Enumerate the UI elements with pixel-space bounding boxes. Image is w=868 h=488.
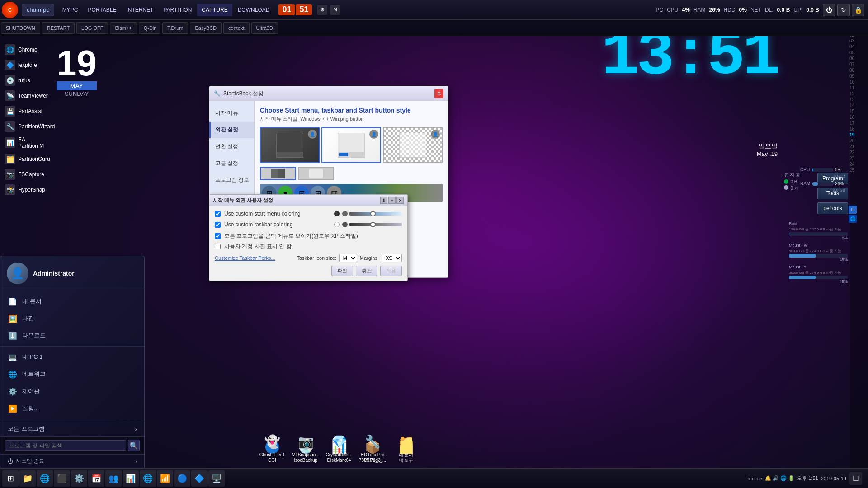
nav-mypc[interactable]: MYPC — [58, 4, 83, 16]
start-item-controlpanel[interactable]: ⚙️ 제어판 — [0, 383, 144, 400]
start-shutdown-area[interactable]: ⏻ 시스템 종료 › — [0, 454, 144, 468]
dialog-close-button[interactable]: ✕ — [434, 89, 443, 98]
customize-taskbar-link[interactable]: Customize Taskbar Perks... — [215, 255, 275, 261]
taskbar-file-manager[interactable]: 📁 — [19, 470, 36, 487]
show-desktop-btn[interactable]: □ — [849, 472, 862, 485]
icon-ghostpe[interactable]: 👻 GhostPE 5.1 — [258, 432, 287, 463]
start-button[interactable]: ⊞ — [2, 470, 19, 487]
tb2-context[interactable]: context — [223, 22, 249, 34]
start-item-documents[interactable]: 📄 내 문서 — [0, 293, 144, 310]
tb2-restart[interactable]: RESTART — [42, 22, 75, 34]
refresh-btn[interactable]: ↻ — [837, 4, 850, 16]
apply-button[interactable]: 적용 — [380, 266, 402, 276]
style-thumb-2[interactable]: 👤 — [321, 127, 381, 163]
inner-popup-close[interactable]: ✕ — [396, 197, 404, 204]
style-thumb-sm-2[interactable] — [298, 167, 334, 180]
margins-select[interactable]: XS S M — [382, 254, 402, 262]
start-item-photos[interactable]: 🖼️ 사진 — [0, 310, 144, 327]
counter2: 51 — [296, 4, 312, 15]
sidebar-item-teamviewer[interactable]: 📡 TeamViewer — [2, 89, 48, 103]
taskbar-icon-1[interactable]: ⚙ — [317, 5, 327, 15]
tb2-easybcd[interactable]: EasyBCD — [190, 22, 222, 34]
logo-icon[interactable]: C — [2, 2, 18, 18]
sidebar-item-partitionguru[interactable]: 🗂️ PartitionGuru — [2, 152, 48, 166]
taskbar-show-desktop[interactable]: 🖥️ — [208, 470, 225, 487]
taskbar-task-manager[interactable]: 📊 — [123, 470, 139, 487]
icon-hdtunepro[interactable]: 🔧 HDTunePro v5.70_3 — [358, 432, 387, 463]
sidebar-item-lexplore[interactable]: 🔷 lexplore — [2, 58, 48, 72]
inner-popup-expand[interactable]: + — [388, 197, 396, 204]
hdtunepro-icon: 🔧 — [363, 432, 382, 451]
tb2-tdrum[interactable]: T.Drum — [162, 22, 188, 34]
tb2-logoff[interactable]: LOG OFF — [76, 22, 108, 34]
taskbar-ie[interactable]: 🔷 — [191, 470, 208, 487]
sidebar-item-partitionwizard[interactable]: 🔧 PartitionWizard — [2, 119, 48, 134]
up-val: 0.0 B — [806, 7, 819, 13]
all-programs-link[interactable]: 모든 프로그램 › — [0, 421, 144, 436]
dialog-tab-appearance[interactable]: 외관 설정 — [209, 122, 254, 138]
power-btn[interactable]: ⏻ — [823, 4, 835, 16]
start-item-network[interactable]: 🌐 네트워크 — [0, 366, 144, 383]
tb2-bism[interactable]: Bism++ — [110, 22, 137, 34]
checkbox-nophoto[interactable] — [215, 244, 221, 249]
dialog-tab-advanced[interactable]: 고급 설정 — [209, 155, 254, 172]
nav-internet[interactable]: INTERNET — [122, 4, 158, 16]
start-search-button[interactable]: 🔍 — [128, 440, 140, 451]
checkbox-programs[interactable] — [215, 233, 221, 239]
nav-portable[interactable]: PORTABLE — [84, 4, 121, 16]
sidebar-item-chrome[interactable]: 🌐 Chrome — [2, 42, 48, 57]
sidebar-item-rufus[interactable]: 💿 rufus — [2, 73, 48, 88]
dialog-tab-transition[interactable]: 전환 설정 — [209, 138, 254, 155]
start-item-downloads[interactable]: ⬇️ 다운로드 — [0, 327, 144, 344]
startmenu-color-track[interactable] — [349, 212, 402, 216]
sidebar-item-fscapture[interactable]: 📷 FSCapture — [2, 167, 48, 182]
style-thumb-3[interactable]: 👤 — [383, 127, 443, 163]
taskbar-settings[interactable]: ⚙️ — [71, 470, 87, 487]
startmenu-color-thumb[interactable] — [370, 211, 376, 216]
petools-button[interactable]: peTools — [817, 202, 848, 214]
taskbar-color-track[interactable] — [349, 223, 402, 226]
ea-partition-icon: 📊 — [5, 137, 15, 148]
taskbar-icon-2[interactable]: M — [330, 5, 340, 15]
checkbox-taskbar-coloring[interactable] — [215, 222, 221, 228]
taskbar-network[interactable]: 🌐 — [140, 470, 156, 487]
inner-popup-minimize[interactable]: ⬇ — [380, 197, 387, 204]
nav-download[interactable]: DOWNLOAD — [233, 4, 274, 16]
taskbar-explorer[interactable]: 🌐 — [37, 470, 53, 487]
confirm-button[interactable]: 확인 — [331, 266, 353, 276]
style-thumb-sm-1[interactable] — [260, 167, 296, 180]
start-item-run[interactable]: ▶️ 실행... — [0, 400, 144, 417]
tb2-ultra3d[interactable]: Ultra3D — [251, 22, 278, 34]
cancel-button[interactable]: 취소 — [356, 266, 377, 276]
icon-crystaldisk[interactable]: 💎 CrystalDisk... — [325, 432, 354, 463]
edge-icon-e[interactable]: E — [849, 206, 857, 214]
taskbar-terminal[interactable]: ⬛ — [54, 470, 70, 487]
tb2-qdir[interactable]: Q-Dir — [139, 22, 160, 34]
taskbar-color-thumb[interactable] — [370, 222, 376, 227]
style-thumb-1[interactable]: 👤 — [260, 127, 320, 163]
start-search-input[interactable] — [5, 440, 126, 451]
net-dot-green — [784, 179, 788, 184]
icon-mksnapsho[interactable]: 📷 MkSnapsho... — [291, 432, 320, 463]
taskbar-users[interactable]: 👥 — [105, 470, 122, 487]
icon-naemunsu[interactable]: 📁 내 문서 — [392, 432, 420, 463]
dialog-tab-startmenu[interactable]: 시작 메뉴 — [209, 105, 254, 122]
taskbar-calendar[interactable]: 📅 — [88, 470, 104, 487]
nav-capture[interactable]: CAPTURE — [197, 4, 232, 16]
sidebar-item-ea-partition[interactable]: 📊 EA Partition M — [2, 135, 48, 151]
checkbox-taskbar-label: Use custom taskbar coloring — [224, 221, 292, 228]
lock-btn[interactable]: 🔒 — [852, 4, 864, 16]
sidebar-item-partassist[interactable]: 💾 PartAssist — [2, 104, 48, 118]
dialog-tab-about[interactable]: 프로그램 정보 — [209, 172, 254, 188]
start-item-mypc[interactable]: 💻 내 PC 1 — [0, 348, 144, 366]
taskbar-chrome[interactable]: 🔵 — [174, 470, 190, 487]
edge-icon-ie[interactable]: 🌐 — [849, 215, 857, 223]
nav-partition[interactable]: PARTITION — [159, 4, 196, 16]
icon-size-select[interactable]: M S L — [339, 254, 357, 262]
sidebar-item-hypersnap[interactable]: 📸 HyperSnap — [2, 183, 48, 197]
tb2-shutdown[interactable]: SHUTDOWN — [1, 22, 40, 34]
checkbox-startmenu-coloring[interactable] — [215, 211, 221, 217]
taskbar-wifi[interactable]: 📶 — [157, 470, 173, 487]
mksnapsho-icon: 📷 — [296, 432, 315, 451]
net-val2: 0 개 — [790, 185, 798, 192]
